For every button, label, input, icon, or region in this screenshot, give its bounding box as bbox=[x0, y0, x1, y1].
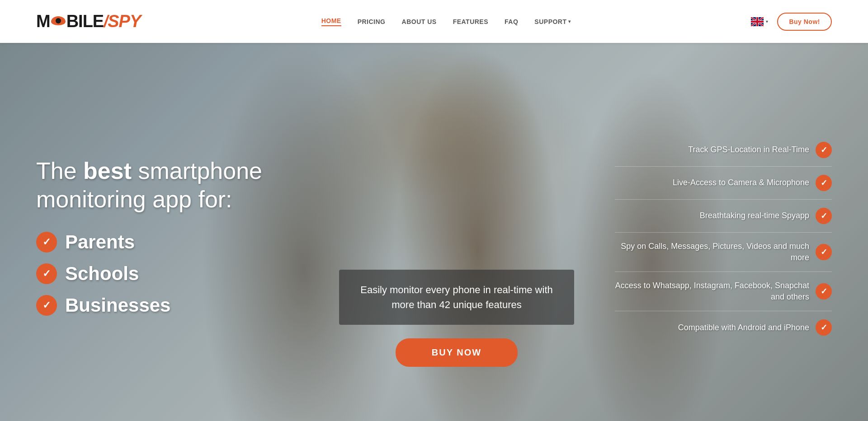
label-parents: Parents bbox=[65, 231, 135, 253]
feature-check-camera bbox=[816, 175, 832, 191]
logo-slash: / bbox=[104, 12, 108, 31]
check-icon-businesses bbox=[36, 295, 57, 316]
uk-flag-icon bbox=[751, 17, 764, 26]
chevron-down-icon: ▾ bbox=[568, 19, 571, 24]
feature-gps-text: Track GPS-Location in Real-Time bbox=[688, 144, 809, 155]
hero-title-best: best bbox=[83, 158, 132, 184]
feature-gps: Track GPS-Location in Real-Time bbox=[615, 134, 832, 167]
nav-home[interactable]: HOME bbox=[321, 17, 341, 26]
feature-check-compatible bbox=[816, 319, 832, 336]
hero-subtitle: Easily monitor every phone in real-time … bbox=[357, 282, 556, 312]
hero-buy-button[interactable]: BUY NOW bbox=[396, 338, 518, 367]
feature-check-social bbox=[816, 283, 832, 299]
feature-spyapp: Breathtaking real-time Spyapp bbox=[615, 200, 832, 233]
list-item-parents: Parents bbox=[36, 231, 298, 253]
nav-faq[interactable]: FAQ bbox=[505, 18, 518, 25]
flag-chevron-icon: ▾ bbox=[766, 19, 768, 24]
feature-social: Access to Whatsapp, Instagram, Facebook,… bbox=[615, 272, 832, 311]
list-item-schools: Schools bbox=[36, 263, 298, 285]
hero-subtitle-box: Easily monitor every phone in real-time … bbox=[339, 270, 574, 325]
hero-title: The best smartphonemonitoring app for: bbox=[36, 157, 298, 213]
feature-calls: Spy on Calls, Messages, Pictures, Videos… bbox=[615, 233, 832, 272]
nav-support[interactable]: SUPPORT ▾ bbox=[534, 18, 571, 25]
logo[interactable]: M BILE / SPY bbox=[36, 12, 141, 31]
check-icon-schools bbox=[36, 263, 57, 284]
hero-audience-list: Parents Schools Businesses bbox=[36, 231, 298, 316]
hero-content: The best smartphonemonitoring app for: P… bbox=[0, 43, 868, 421]
feature-camera: Live-Access to Camera & Microphone bbox=[615, 167, 832, 200]
feature-spyapp-text: Breathtaking real-time Spyapp bbox=[700, 210, 809, 221]
feature-check-calls bbox=[816, 244, 832, 260]
logo-bile-text: BILE bbox=[66, 12, 104, 31]
list-item-businesses: Businesses bbox=[36, 295, 298, 316]
hero-center: Easily monitor every phone in real-time … bbox=[298, 70, 615, 394]
feature-camera-text: Live-Access to Camera & Microphone bbox=[673, 177, 809, 188]
hero-section: The best smartphonemonitoring app for: P… bbox=[0, 43, 868, 421]
logo-eye-icon bbox=[51, 16, 66, 25]
logo-spy-text: SPY bbox=[108, 12, 141, 31]
feature-compatible: Compatible with Android and iPhone bbox=[615, 311, 832, 344]
nav-support-label: SUPPORT bbox=[534, 18, 566, 25]
hero-left: The best smartphonemonitoring app for: P… bbox=[36, 70, 298, 394]
header-right: ▾ Buy Now! bbox=[751, 13, 832, 31]
label-businesses: Businesses bbox=[65, 295, 170, 316]
main-nav: HOME PRICING ABOUT US FEATURES FAQ SUPPO… bbox=[321, 17, 571, 26]
hero-features: Track GPS-Location in Real-Time Live-Acc… bbox=[615, 70, 832, 394]
feature-calls-text: Spy on Calls, Messages, Pictures, Videos… bbox=[615, 241, 809, 263]
feature-check-spyapp bbox=[816, 208, 832, 224]
nav-about[interactable]: ABOUT US bbox=[402, 18, 437, 25]
hero-title-the: The bbox=[36, 158, 83, 184]
header: M BILE / SPY HOME PRICING ABOUT US FEATU… bbox=[0, 0, 868, 43]
nav-pricing[interactable]: PRICING bbox=[358, 18, 386, 25]
header-buy-button[interactable]: Buy Now! bbox=[777, 13, 832, 31]
language-selector[interactable]: ▾ bbox=[751, 17, 768, 26]
label-schools: Schools bbox=[65, 263, 139, 285]
nav-features[interactable]: FEATURES bbox=[453, 18, 488, 25]
feature-check-gps bbox=[816, 142, 832, 158]
check-icon-parents bbox=[36, 232, 57, 253]
feature-social-text: Access to Whatsapp, Instagram, Facebook,… bbox=[615, 280, 809, 303]
logo-mobile-text: M bbox=[36, 12, 50, 31]
feature-compatible-text: Compatible with Android and iPhone bbox=[678, 322, 809, 333]
